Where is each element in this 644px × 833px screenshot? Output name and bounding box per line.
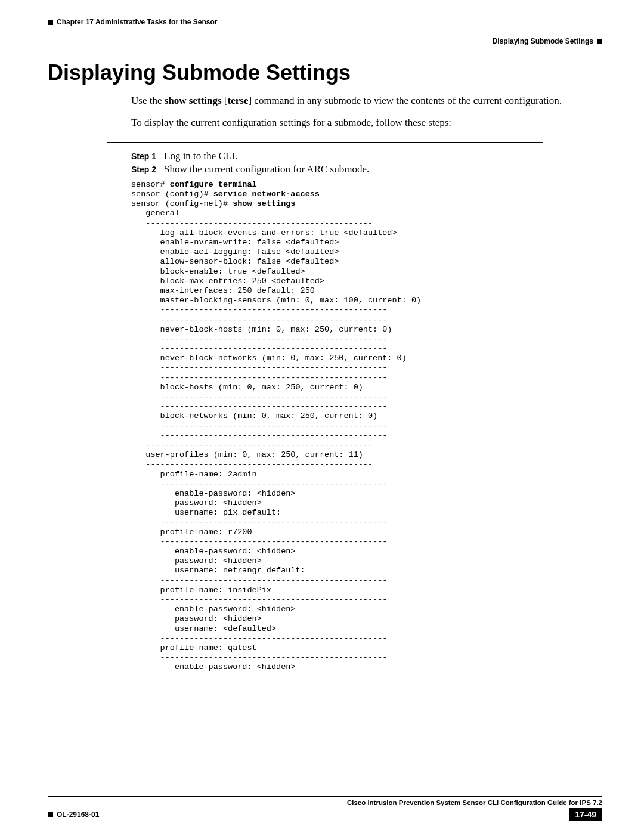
footer-marker-icon xyxy=(48,812,53,817)
intro-paragraph-1: Use the show settings [terse] command in… xyxy=(131,94,602,108)
step-label: Step 2 xyxy=(131,163,164,175)
footer-guide-title: Cisco Intrusion Prevention System Sensor… xyxy=(48,799,602,806)
header-marker-icon xyxy=(48,20,53,25)
step-text: Show the current configuration for ARC s… xyxy=(164,163,602,175)
section-header: Displaying Submode Settings xyxy=(493,37,593,45)
chapter-label: Chapter 17 Administrative Tasks for the … xyxy=(57,18,217,26)
step-divider xyxy=(107,142,543,143)
intro-paragraph-2: To display the current configuration set… xyxy=(131,116,602,130)
cli-output: sensor# configure terminal sensor (confi… xyxy=(131,180,602,673)
header-marker-icon xyxy=(597,39,602,44)
step-label: Step 1 xyxy=(131,150,164,162)
page-title: Displaying Submode Settings xyxy=(48,60,602,85)
page-number: 17-49 xyxy=(569,808,602,821)
step-text: Log in to the CLI. xyxy=(164,150,602,162)
footer-doc-number: OL-29168-01 xyxy=(57,810,99,819)
